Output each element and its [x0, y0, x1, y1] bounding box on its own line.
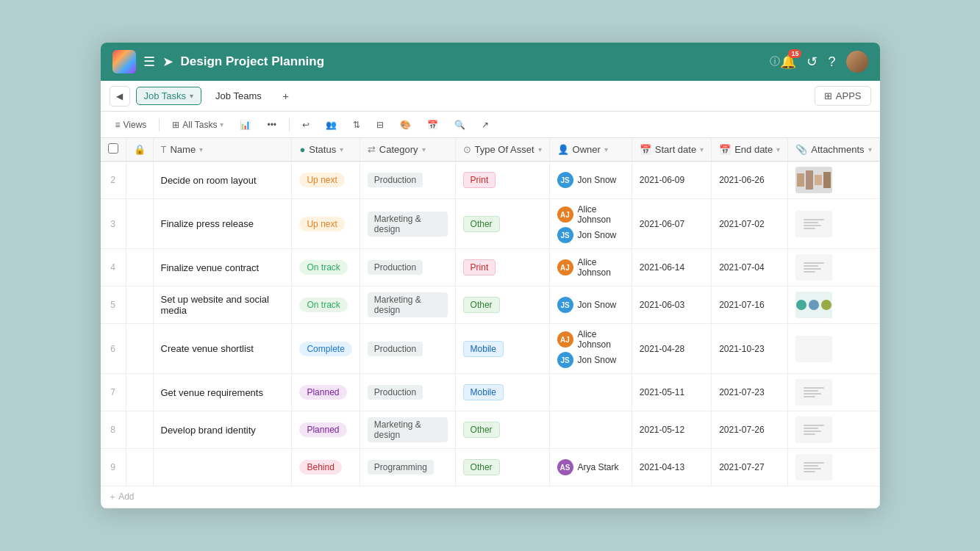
- owner-cell: JS Jon Snow: [557, 172, 624, 188]
- start-date-cell: 2021-06-09: [632, 162, 711, 199]
- row-lock: [126, 287, 153, 324]
- select-all-checkbox[interactable]: [108, 143, 118, 154]
- category-sort-icon: ▾: [422, 145, 426, 154]
- undo-button[interactable]: ↩: [296, 118, 315, 132]
- asset-type-cell: Other: [455, 411, 549, 449]
- checkbox-header[interactable]: [101, 138, 126, 162]
- attachment-thumbnail: [795, 379, 832, 406]
- add-task-button[interactable]: ＋ Add: [101, 486, 880, 508]
- task-name[interactable]: Develop brand identity: [153, 411, 292, 449]
- sub-toolbar: ≡ Views ⊞ All Tasks ▾ 📊 ••• ↩ 👥 ⇅ ⊟ 🎨 📅 …: [101, 112, 880, 138]
- owner-header[interactable]: 👤 Owner ▾: [549, 138, 632, 162]
- status-cell[interactable]: Behind: [292, 449, 360, 486]
- status-cell[interactable]: Up next: [292, 162, 360, 199]
- color-button[interactable]: 🎨: [394, 118, 417, 132]
- status-header[interactable]: ● Status ▾: [292, 138, 360, 162]
- owner-td: AJ Alice Johnson JS Jon Snow: [549, 324, 632, 374]
- end-date-header[interactable]: 📅 End date ▾: [712, 138, 788, 162]
- calendar-button[interactable]: 📅: [421, 118, 444, 132]
- help-button[interactable]: ?: [828, 54, 835, 70]
- owner-avatar: AJ: [557, 259, 573, 276]
- attachment-cell: [788, 374, 879, 411]
- owner-row: JS Jon Snow: [557, 227, 624, 243]
- attachments-header[interactable]: 📎 Attachments ▾: [788, 138, 879, 162]
- user-avatar[interactable]: [846, 51, 868, 73]
- info-icon[interactable]: ⓘ: [770, 55, 780, 68]
- status-cell[interactable]: Planned: [292, 411, 360, 449]
- add-row[interactable]: ＋ Add: [101, 486, 880, 508]
- row-lock: [126, 162, 153, 199]
- attachment-cell: [788, 199, 879, 249]
- sort-button[interactable]: ⇅: [347, 118, 366, 132]
- asset-type-header[interactable]: ⊙ Type Of Asset ▾: [455, 138, 549, 162]
- notifications-button[interactable]: 🔔 15: [780, 54, 796, 70]
- add-tab-button[interactable]: +: [276, 86, 296, 107]
- status-cell[interactable]: Up next: [292, 199, 360, 249]
- owner-avatar: AJ: [557, 331, 573, 347]
- category-badge: Marketing & design: [368, 292, 448, 317]
- asset-type-badge: Other: [463, 422, 500, 438]
- status-cell[interactable]: Planned: [292, 374, 360, 411]
- more-button[interactable]: •••: [261, 118, 282, 132]
- asset-type-badge: Print: [463, 259, 496, 276]
- category-col-label: Category: [379, 144, 418, 155]
- nav-icon: ➤: [162, 54, 174, 70]
- job-tasks-tab[interactable]: Job Tasks ▾: [136, 87, 202, 105]
- category-cell: Production: [360, 374, 455, 411]
- status-col-label: Status: [309, 144, 336, 155]
- name-col-label: Name: [170, 144, 196, 155]
- row-number: 7: [101, 374, 126, 411]
- owner-td: [549, 374, 632, 411]
- task-name[interactable]: [153, 449, 292, 486]
- filter-button[interactable]: ⊟: [371, 118, 390, 132]
- group-button[interactable]: 👥: [320, 118, 343, 132]
- job-tasks-label: Job Tasks: [144, 90, 187, 101]
- search-button[interactable]: 🔍: [448, 118, 471, 132]
- header-actions: 🔔 15 ↺ ?: [780, 51, 868, 73]
- category-header[interactable]: ⇄ Category ▾: [360, 138, 455, 162]
- toolbar-separator-2: [289, 118, 290, 132]
- attachment-thumbnail: [795, 254, 832, 281]
- end-cal-icon: 📅: [719, 144, 731, 155]
- row-number: 9: [101, 449, 126, 486]
- collapse-button[interactable]: ◀: [110, 86, 130, 107]
- name-header[interactable]: T Name ▾: [153, 138, 292, 162]
- task-name[interactable]: Finalize venue contract: [153, 249, 292, 287]
- category-badge: Production: [368, 385, 423, 400]
- owner-icon: 👤: [557, 144, 569, 155]
- attachment-thumbnail: [795, 417, 832, 443]
- start-date-header[interactable]: 📅 Start date ▾: [632, 138, 711, 162]
- status-cell[interactable]: On track: [292, 287, 360, 324]
- chart-icon: 📊: [240, 120, 251, 130]
- owner-name: Alice Johnson: [578, 257, 624, 278]
- owner-name: Jon Snow: [578, 300, 617, 310]
- apps-button[interactable]: ⊞ APPS: [815, 86, 871, 106]
- history-button[interactable]: ↺: [806, 54, 818, 70]
- task-name[interactable]: Get venue requirements: [153, 374, 292, 411]
- attachment-cell: [788, 449, 879, 486]
- add-icon: ＋: [108, 491, 117, 502]
- asset-type-cell: Other: [455, 199, 549, 249]
- start-cal-icon: 📅: [640, 144, 651, 155]
- owner-name: Jon Snow: [578, 175, 617, 185]
- chevron-down-icon: ▾: [190, 92, 193, 100]
- asset-type-badge: Print: [463, 172, 496, 188]
- all-tasks-button[interactable]: ⊞ All Tasks ▾: [166, 118, 229, 132]
- views-button[interactable]: ≡ Views: [110, 118, 153, 132]
- menu-icon[interactable]: ☰: [143, 54, 155, 70]
- task-name[interactable]: Decide on room layout: [153, 162, 292, 199]
- task-name[interactable]: Create venue shortlist: [153, 324, 292, 374]
- task-name[interactable]: Set up website and social media: [153, 287, 292, 324]
- end-date-cell: 2021-06-26: [712, 162, 788, 199]
- task-name[interactable]: Finalize press release: [153, 199, 292, 249]
- chart-button[interactable]: 📊: [234, 118, 257, 132]
- start-date-cell: 2021-05-11: [632, 374, 711, 411]
- share-button[interactable]: ↗: [476, 118, 495, 132]
- category-badge: Production: [368, 173, 423, 187]
- status-cell[interactable]: Complete: [292, 324, 360, 374]
- status-cell[interactable]: On track: [292, 249, 360, 287]
- owner-cell: AJ Alice Johnson JS Jon Snow: [557, 204, 624, 243]
- status-badge: On track: [299, 260, 347, 275]
- job-teams-tab[interactable]: Job Teams: [207, 87, 270, 105]
- toolbar-separator: [159, 118, 160, 132]
